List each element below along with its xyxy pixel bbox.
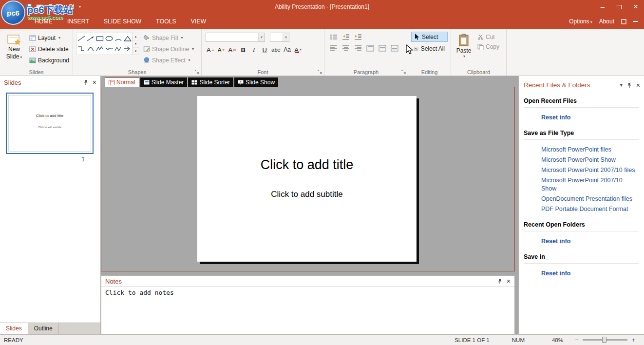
delete-slide-button[interactable]: Delete slide bbox=[29, 44, 69, 54]
new-slide-button[interactable]: New Slide▾ bbox=[3, 32, 25, 65]
shape-arc[interactable] bbox=[114, 33, 123, 43]
file-type-link-ppsx[interactable]: Microsoft PowerPoint 2007/10 Show bbox=[541, 176, 639, 193]
zoom-out-button[interactable]: − bbox=[574, 336, 580, 344]
shapes-scroll-up-button[interactable]: ▴ bbox=[133, 33, 139, 40]
shape-effect-button[interactable]: Shape Effect▾ bbox=[143, 56, 194, 65]
reset-info-link[interactable]: Reset info bbox=[541, 269, 639, 278]
menu-tab-slide-show[interactable]: SLIDE SHOW bbox=[96, 14, 149, 29]
tab-slide-show-view[interactable]: Slide Show bbox=[234, 77, 278, 87]
zoom-in-button[interactable]: + bbox=[630, 336, 636, 344]
pin-icon[interactable] bbox=[627, 82, 632, 88]
shape-scribble[interactable] bbox=[104, 43, 114, 54]
shape-right-arrow[interactable] bbox=[123, 43, 132, 54]
bullets-button[interactable] bbox=[328, 32, 339, 41]
shape-rectangle[interactable] bbox=[95, 33, 104, 43]
pin-icon[interactable] bbox=[497, 278, 502, 284]
undo-icon[interactable] bbox=[57, 4, 64, 10]
select-button[interactable]: Select bbox=[411, 32, 448, 42]
about-menu[interactable]: About bbox=[599, 18, 614, 25]
background-button[interactable]: Background bbox=[29, 56, 69, 65]
change-case-button[interactable]: Aa bbox=[283, 45, 292, 55]
menu-tab-insert[interactable]: INSERT bbox=[60, 14, 96, 29]
minimize-button[interactable]: – bbox=[594, 0, 611, 14]
file-type-link-pps[interactable]: Microsoft PowerPoint Show bbox=[541, 156, 639, 164]
file-type-link-odp[interactable]: OpenDocument Presentation files bbox=[541, 195, 639, 203]
slide-thumbnail-1[interactable]: Click to add title Click to add subtitle bbox=[6, 93, 94, 154]
cut-button[interactable]: Cut bbox=[477, 34, 499, 40]
align-center-button[interactable] bbox=[341, 43, 351, 53]
font-name-select[interactable]: ▾ bbox=[206, 33, 265, 42]
shape-ellipse[interactable] bbox=[104, 33, 114, 43]
shape-curved-connector[interactable] bbox=[86, 43, 95, 54]
menu-tab-view[interactable]: VIEW bbox=[184, 14, 213, 29]
align-left-button[interactable] bbox=[328, 43, 339, 53]
tab-slides[interactable]: Slides bbox=[0, 323, 28, 334]
qat-customize-icon[interactable]: ▾ bbox=[79, 5, 81, 9]
align-top-button[interactable] bbox=[365, 43, 376, 53]
menu-tab-home[interactable]: HOME bbox=[27, 14, 60, 29]
zoom-slider-thumb[interactable] bbox=[602, 337, 606, 343]
dialog-launcher-icon[interactable] bbox=[317, 69, 322, 75]
shape-zigzag[interactable] bbox=[114, 43, 123, 54]
align-bottom-button[interactable] bbox=[389, 43, 400, 53]
copy-button[interactable]: Copy bbox=[477, 43, 499, 50]
shape-triangle[interactable] bbox=[123, 33, 132, 43]
shape-outline-button[interactable]: Shape Outline▾ bbox=[143, 44, 194, 54]
chevron-down-icon[interactable]: ▾ bbox=[620, 83, 623, 88]
slide-title-placeholder[interactable]: Click to add title bbox=[197, 157, 417, 172]
menu-tab-file[interactable]: FILE bbox=[0, 14, 27, 29]
select-all-button[interactable]: Select All bbox=[411, 43, 448, 54]
save-icon[interactable] bbox=[26, 3, 33, 10]
clear-formatting-button[interactable]: A bbox=[227, 45, 238, 55]
slide-editor[interactable]: Click to add title Click to add subtitle bbox=[197, 96, 417, 262]
float-panel-icon[interactable] bbox=[621, 19, 626, 24]
shape-fill-button[interactable]: Shape Fill▾ bbox=[143, 33, 194, 42]
maximize-button[interactable] bbox=[611, 0, 627, 14]
tab-normal-view[interactable]: Normal bbox=[105, 77, 139, 87]
close-icon[interactable]: × bbox=[636, 82, 640, 89]
increase-indent-button[interactable] bbox=[353, 32, 363, 41]
file-type-link-pdf[interactable]: PDF Portable Document Format bbox=[541, 205, 639, 213]
strikethrough-button[interactable]: abe bbox=[270, 45, 281, 55]
tab-outline[interactable]: Outline bbox=[28, 323, 59, 334]
file-type-link-ppt[interactable]: Microsoft PowerPoint files bbox=[541, 146, 639, 154]
close-button[interactable]: × bbox=[627, 0, 644, 14]
slide-subtitle-placeholder[interactable]: Click to add subtitle bbox=[197, 190, 417, 199]
email-icon[interactable] bbox=[36, 4, 43, 10]
reset-info-link[interactable]: Reset info bbox=[541, 114, 639, 122]
shapes-scroll-down-button[interactable]: ▾ bbox=[133, 40, 139, 48]
decrease-indent-button[interactable] bbox=[341, 32, 351, 41]
print-icon[interactable] bbox=[47, 4, 54, 10]
file-type-link-pptx[interactable]: Microsoft PowerPoint 2007/10 files bbox=[541, 166, 639, 174]
shape-line[interactable] bbox=[76, 33, 86, 43]
grow-font-button[interactable]: A▲ bbox=[206, 45, 216, 55]
paste-button[interactable]: Paste ▾ bbox=[454, 32, 474, 58]
reset-info-link[interactable]: Reset info bbox=[541, 237, 639, 246]
menu-tab-tools[interactable]: TOOLS bbox=[149, 14, 183, 29]
shrink-font-button[interactable]: A▼ bbox=[217, 45, 227, 55]
italic-button[interactable]: I bbox=[249, 45, 259, 55]
close-icon[interactable]: × bbox=[507, 278, 511, 285]
new-document-icon[interactable] bbox=[5, 3, 12, 10]
notes-input[interactable]: Click to add notes bbox=[101, 287, 514, 298]
tab-slide-sorter-view[interactable]: Slide Sorter bbox=[188, 77, 233, 87]
shape-arrow-line[interactable] bbox=[86, 33, 95, 43]
layout-button[interactable]: Layout▾ bbox=[29, 33, 69, 42]
align-middle-button[interactable] bbox=[377, 43, 388, 53]
redo-icon[interactable] bbox=[68, 4, 75, 10]
zoom-slider[interactable] bbox=[583, 339, 627, 341]
bold-button[interactable]: B bbox=[238, 45, 248, 55]
underline-button[interactable]: U bbox=[260, 45, 269, 55]
collapse-ribbon-icon[interactable] bbox=[633, 21, 638, 22]
dialog-launcher-icon[interactable] bbox=[194, 69, 200, 75]
pin-icon[interactable] bbox=[83, 79, 88, 85]
shape-freeform[interactable] bbox=[95, 43, 104, 54]
close-icon[interactable]: × bbox=[93, 79, 96, 86]
shapes-more-button[interactable]: ▾ bbox=[133, 48, 139, 55]
tab-slide-master-view[interactable]: Slide Master bbox=[140, 77, 188, 87]
align-right-button[interactable] bbox=[353, 43, 363, 53]
font-color-button[interactable]: A▾ bbox=[293, 45, 303, 55]
font-size-select[interactable]: ▾ bbox=[270, 33, 289, 42]
shape-elbow-connector[interactable] bbox=[76, 43, 86, 54]
open-icon[interactable] bbox=[15, 4, 22, 10]
